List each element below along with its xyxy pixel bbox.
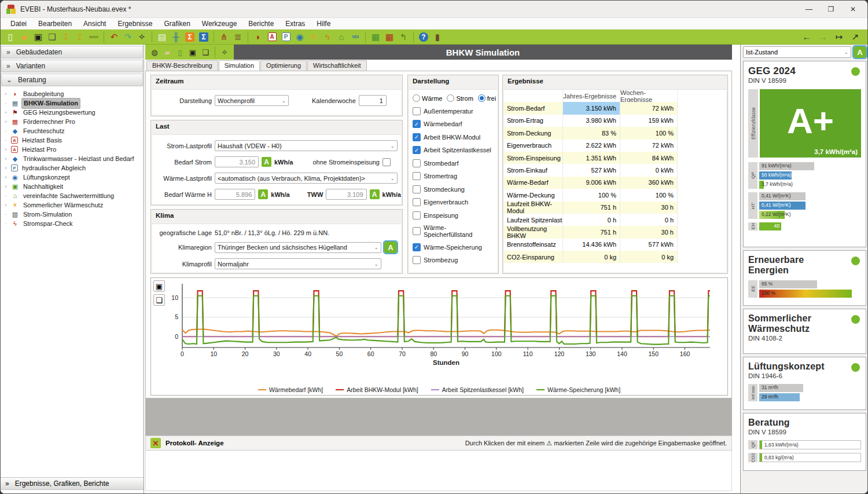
menu-item-werkzeuge[interactable]: Werkzeuge — [197, 19, 242, 28]
save-icon[interactable]: ▣ — [32, 31, 45, 43]
display-option-w-rme-speicherung[interactable]: ✓Wärme-Speicherung — [413, 243, 494, 251]
tree-item-strom-simulation[interactable]: ·▥Strom-Simulation — [3, 210, 144, 219]
display-option-w-rme-speicherf-llstand[interactable]: Wärme-Speicherfüllstand — [413, 224, 494, 238]
radio-frei[interactable]: frei — [478, 94, 496, 102]
tab-optimierung[interactable]: Optimierung — [260, 60, 307, 71]
export-icon[interactable]: ↥ — [73, 31, 86, 43]
darstellung-select[interactable]: Wochenprofil ⌄ — [215, 95, 289, 106]
bedarf-waerme-input[interactable]: 5.896 — [215, 189, 255, 200]
kalenderwoche-input[interactable]: 1 — [359, 95, 387, 106]
tree-item-hydraulischer-abgleich[interactable]: ›Phydraulischer Abgleich — [3, 163, 144, 173]
klimaregion-select[interactable]: Thüringer Becken und sächsisches Hügella… — [215, 242, 381, 253]
row-value[interactable]: 30 h — [620, 202, 678, 214]
help-icon[interactable]: ? — [417, 31, 430, 43]
maximize-button[interactable]: ❐ — [821, 2, 841, 16]
report-calc-icon[interactable]: ▦ — [369, 31, 382, 43]
strom-lastprofil-select[interactable]: Haushalt (VDEW - H0) ⌄ — [215, 140, 398, 151]
database-icon[interactable]: ◍ — [149, 46, 160, 58]
row-value[interactable]: 751 h — [563, 202, 620, 214]
row-value[interactable]: 2.622 kWh — [563, 140, 620, 152]
evex-stamp-icon[interactable]: evex — [87, 31, 100, 43]
display-option-strombezug[interactable]: Strombezug — [413, 256, 494, 264]
table-row[interactable]: Vollbenutzung BHKW751 h30 h — [504, 226, 726, 238]
row-value[interactable]: 100 % — [620, 127, 678, 139]
display-option-eigenverbrauch[interactable]: Eigenverbrauch — [413, 198, 494, 206]
report-document-icon[interactable]: ▤ — [156, 31, 168, 43]
row-value[interactable]: 100 % — [563, 189, 620, 201]
row-label[interactable]: Vollbenutzung BHKW — [504, 226, 563, 238]
display-option-au-entemperatur[interactable]: Außentemperatur — [413, 107, 494, 115]
structure-list-icon[interactable]: ≣ — [231, 31, 244, 43]
row-label[interactable]: Strom-Deckung — [504, 127, 563, 139]
checkbox[interactable] — [413, 185, 421, 193]
menu-item-grafiken[interactable]: Grafiken — [159, 19, 195, 28]
display-option-arbeit-bhkw-modul[interactable]: ✓Arbeit BHKW-Modul — [413, 133, 494, 141]
row-value[interactable]: 0 kg — [620, 251, 678, 263]
checkbox[interactable] — [413, 172, 421, 180]
forward-icon[interactable]: → — [816, 31, 829, 43]
table-row[interactable]: Laufzeit Spitzenlast0 h0 h — [504, 214, 726, 226]
checkbox[interactable]: ✓ — [413, 133, 421, 141]
strom-lightning-icon[interactable]: ϟ — [321, 31, 334, 43]
open-faded-icon[interactable]: ▰ — [161, 46, 173, 58]
checkbox[interactable]: ✓ — [413, 120, 421, 128]
lueftung-fan-icon[interactable]: ◉ — [293, 31, 306, 43]
row-value[interactable]: 72 kWh — [620, 140, 678, 152]
radio-wärme[interactable]: Wärme — [413, 94, 442, 102]
table-row[interactable]: Wärme-Deckung100 %100 % — [504, 189, 726, 201]
save-icon[interactable]: ▣ — [187, 46, 198, 58]
variant-select[interactable]: Ist-Zustand ⌄ — [743, 46, 851, 58]
tree-item-f-rderrechner-pro[interactable]: ›▦Förderrechner Pro — [3, 117, 144, 126]
klimaregion-auto-button[interactable]: A — [384, 241, 397, 253]
undo-icon[interactable]: ↶ — [108, 31, 120, 43]
menu-item-extras[interactable]: Extras — [280, 19, 310, 28]
row-label[interactable]: Strom-Ertrag — [504, 115, 563, 127]
table-row[interactable]: Strom-Einkauf527 kWh0 kWh — [504, 164, 726, 176]
chart-jump-icon[interactable]: ↗ — [849, 31, 862, 43]
menu-item-ansicht[interactable]: Ansicht — [78, 19, 111, 28]
sum-blue-icon[interactable]: Σ — [197, 31, 210, 43]
tww-input[interactable]: 3.109 — [326, 189, 366, 200]
row-value[interactable]: 0 kWh — [620, 164, 678, 176]
table-row[interactable]: Strom-Einspeisung1.351 kWh84 kWh — [504, 152, 726, 164]
tree-item-geg-heizungsbewertung[interactable]: ›⚑GEG Heizungsbewertung — [3, 108, 144, 117]
row-value[interactable]: 0 kg — [563, 251, 620, 263]
checkbox[interactable] — [413, 211, 421, 219]
report-warn-icon[interactable]: ▦ — [383, 31, 396, 43]
display-option-w-rmebedarf[interactable]: ✓Wärmebedarf — [413, 120, 494, 128]
redo-icon[interactable]: ↷ — [122, 31, 134, 43]
sum-orange-icon[interactable]: Σ — [183, 31, 196, 43]
table-row[interactable]: Wärme-Bedarf9.006 kWh360 kWh — [504, 177, 726, 189]
table-row[interactable]: CO2-Einsparung0 kg0 kg — [504, 251, 726, 263]
variant-auto-button[interactable]: A — [854, 46, 866, 58]
sommer-sun-icon[interactable]: ☀ — [307, 31, 320, 43]
import-icon[interactable]: ↧ — [60, 31, 72, 43]
display-option-stromdeckung[interactable]: Stromdeckung — [413, 185, 494, 193]
checkbox[interactable] — [413, 159, 421, 167]
row-value[interactable]: 14.436 kWh — [563, 239, 620, 251]
row-label[interactable]: Strom-Einspeisung — [504, 152, 563, 164]
tab-wirtschaftlichkeit[interactable]: Wirtschaftlichkeit — [307, 60, 367, 71]
goto-record-icon[interactable]: ↦ — [833, 31, 845, 43]
row-value[interactable]: 100 % — [620, 189, 678, 201]
row-value[interactable]: 83 % — [563, 127, 620, 139]
row-value[interactable]: 577 kWh — [620, 239, 678, 251]
row-value[interactable]: 360 kWh — [620, 177, 678, 189]
row-value[interactable]: 3.980 kWh — [563, 115, 620, 127]
sidebar-section-ergebnisse-grafiken-berichte[interactable]: » Ergebnisse, Grafiken, Berichte — [1, 477, 144, 490]
table-row[interactable]: Strom-Ertrag3.980 kWh159 kWh — [504, 115, 726, 127]
menu-item-ergebnisse[interactable]: Ergebnisse — [112, 19, 157, 28]
waerme-lastprofil-select[interactable]: <automatisch (aus Verbrauch, Klima, Proj… — [215, 173, 398, 184]
row-label[interactable]: Wärme-Deckung — [504, 189, 563, 201]
row-label[interactable]: Strom-Bedarf — [504, 102, 563, 114]
new-file-icon[interactable]: ▯ — [4, 31, 17, 43]
flowchart-icon[interactable]: ⋔ — [218, 31, 230, 43]
checkbox[interactable]: ✓ — [413, 243, 421, 251]
menu-item-hilfe[interactable]: Hilfe — [311, 19, 336, 28]
display-option-stromertrag[interactable]: Stromertrag — [413, 172, 494, 180]
table-row[interactable]: Strom-Bedarf3.150 kWh72 kWh — [504, 102, 726, 114]
row-label[interactable]: CO2-Einsparung — [504, 251, 563, 263]
tree-item-stromspar-check[interactable]: ·ϟStromspar-Check — [3, 219, 144, 228]
tab-simulation[interactable]: Simulation — [219, 60, 260, 71]
sidebar-section-gebaeudedaten[interactable]: » Gebäudedaten — [1, 46, 143, 58]
